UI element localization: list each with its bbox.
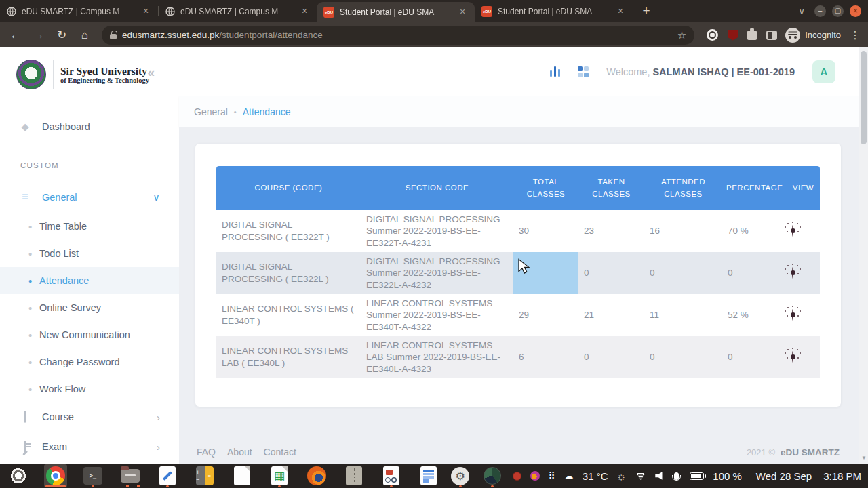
sidebar-item-attendance[interactable]: • Attendance (0, 267, 179, 294)
tab-search-chevron-icon[interactable]: ∨ (798, 6, 805, 16)
dots-tray-icon[interactable]: ⠿ (549, 470, 555, 481)
recorder-extension-icon[interactable] (707, 29, 718, 41)
home-button[interactable]: ⌂ (75, 25, 95, 45)
obs-icon (484, 467, 501, 485)
word-doc-launcher[interactable] (417, 464, 440, 487)
temperature-text[interactable]: 31 °C (583, 470, 608, 482)
sidebar-item-exam[interactable]: Exam › (0, 434, 179, 460)
extensions-puzzle-icon[interactable] (747, 30, 757, 40)
bookmark-star-icon[interactable]: ☆ (677, 29, 686, 41)
battery-percent[interactable]: 100 % (713, 470, 742, 482)
word-document-icon (420, 466, 437, 485)
spreadsheet-launcher[interactable]: ▦ (268, 464, 291, 487)
obs-tray-button[interactable] (481, 464, 504, 487)
browser-tab-1[interactable]: eDU SMARTZ | Campus M × (0, 0, 158, 22)
tab-close-icon[interactable]: × (615, 6, 626, 17)
breadcrumb-parent[interactable]: General (194, 106, 228, 117)
ublock-extension-icon[interactable] (728, 30, 738, 41)
app-menu-button[interactable] (7, 464, 30, 487)
sidebar-collapse-icon[interactable]: « (147, 65, 155, 80)
chrome-launcher[interactable] (44, 464, 67, 487)
col-view: VIEW (787, 166, 820, 210)
close-button[interactable]: × (850, 5, 861, 17)
avatar[interactable]: A (812, 60, 835, 83)
view-eye-icon[interactable] (792, 351, 793, 363)
document-viewer-launcher[interactable] (380, 464, 403, 487)
tab-close-icon[interactable]: × (299, 6, 310, 17)
screen: eDU SMARTZ | Campus M × eDU SMARTZ | Cam… (0, 0, 868, 488)
tab-close-icon[interactable]: × (457, 7, 468, 18)
wifi-icon[interactable] (635, 472, 646, 480)
brightness-icon[interactable]: ☼ (617, 470, 627, 482)
tab-close-icon[interactable]: × (140, 6, 151, 17)
scrollbar-down-arrow-icon[interactable]: ▼ (859, 455, 868, 461)
footer-link-faq[interactable]: FAQ (197, 447, 216, 458)
tab-title: eDU SMARTZ | Campus M (22, 7, 135, 16)
chevron-right-icon: › (157, 441, 160, 453)
weather-cloud-icon[interactable]: ☁ (564, 470, 574, 481)
page-scrollbar[interactable]: ▼ (859, 47, 868, 464)
sidebar-item-general[interactable]: ≡ General ∨ (0, 184, 179, 210)
url-text[interactable]: edusmartz.ssuet.edu.pk/studentportal/att… (122, 30, 672, 40)
sidebar-item-label: Course (42, 411, 74, 422)
sidebar-item-online-survey[interactable]: • Online Survey (0, 294, 179, 321)
sidebar-item-work-flow[interactable]: • Work Flow (0, 375, 179, 403)
bar-chart-icon[interactable] (550, 66, 561, 77)
record-status-icon[interactable] (513, 472, 521, 481)
sidebar-item-time-table[interactable]: • Time Table (0, 213, 179, 240)
lock-icon[interactable] (110, 34, 117, 39)
sidebar-item-dashboard[interactable]: ◆ Dashboard (0, 114, 179, 140)
view-eye-icon[interactable] (792, 225, 793, 237)
battery-icon[interactable] (690, 472, 704, 480)
footer-link-contact[interactable]: Contact (264, 447, 296, 458)
volume-icon[interactable] (655, 472, 665, 480)
reload-button[interactable]: ↻ (52, 25, 72, 45)
firefox-launcher[interactable] (305, 464, 328, 487)
footer-link-about[interactable]: About (227, 447, 252, 458)
sidebar-item-course[interactable]: Course › (0, 404, 179, 430)
sidebar-item-change-password[interactable]: • Change Password (0, 348, 179, 375)
cell-course: DIGITAL SIGNAL PROCESSING ( EE322T ) (216, 210, 361, 252)
writer-launcher[interactable] (231, 464, 254, 487)
address-bar[interactable]: edusmartz.ssuet.edu.pk/studentportal/att… (102, 26, 694, 45)
cell-attended: 16 (644, 210, 722, 252)
apps-grid-icon[interactable] (578, 66, 589, 77)
sidebar-item-new-communication[interactable]: • New Communication (0, 321, 179, 348)
ubuntu-logo-icon (9, 466, 28, 485)
maximize-button[interactable]: ▢ (832, 5, 844, 17)
microphone-icon[interactable] (674, 472, 679, 480)
terminal-launcher[interactable]: >_ (81, 464, 104, 487)
cell-total-highlighted (513, 252, 578, 294)
browser-tab-3-active[interactable]: eDU Student Portal | eDU SMA × (317, 2, 475, 22)
copyright-text: 2021 © (747, 447, 775, 458)
back-button[interactable]: ← (5, 25, 26, 45)
cell-percentage: 0 (722, 336, 787, 378)
clock-time[interactable]: 3:18 PM (823, 470, 861, 482)
browser-toolbar: ← → ↻ ⌂ edusmartz.ssuet.edu.pk/studentpo… (0, 22, 868, 47)
cell-attended: 0 (644, 336, 722, 378)
browser-tab-2[interactable]: eDU SMARTZ | Campus M × (159, 0, 317, 22)
calculator-launcher[interactable]: + − = (193, 464, 216, 487)
forward-button[interactable]: → (28, 25, 49, 45)
text-editor-launcher[interactable] (156, 464, 179, 487)
sidebar-item-todo-list[interactable]: • Todo List (0, 240, 179, 267)
browser-menu-icon[interactable]: ⋮ (848, 28, 863, 41)
cell-view (787, 294, 820, 336)
scrollbar-thumb[interactable] (861, 51, 867, 144)
sidebar-section-custom: CUSTOM (20, 161, 59, 169)
file-manager-launcher[interactable] (119, 464, 142, 487)
cell-taken: 0 (578, 252, 644, 294)
view-eye-icon[interactable] (792, 267, 793, 279)
new-tab-button[interactable]: + (637, 2, 656, 21)
view-eye-icon[interactable] (792, 309, 793, 321)
clock-date[interactable]: Wed 28 Sep (756, 470, 812, 482)
brand-name: eDU SMARTZ (781, 447, 840, 458)
browser-tab-4[interactable]: eDU Student Portal | eDU SMA × (475, 0, 633, 22)
minimize-button[interactable]: – (814, 5, 826, 17)
settings-button[interactable]: ⚙ (449, 464, 472, 487)
sidebar-item-label: Online Survey (39, 302, 101, 313)
editor2-launcher[interactable] (342, 464, 366, 487)
flame-tray-icon[interactable] (530, 471, 540, 481)
side-panel-icon[interactable] (766, 30, 777, 40)
gear-icon: ⚙ (451, 467, 469, 485)
